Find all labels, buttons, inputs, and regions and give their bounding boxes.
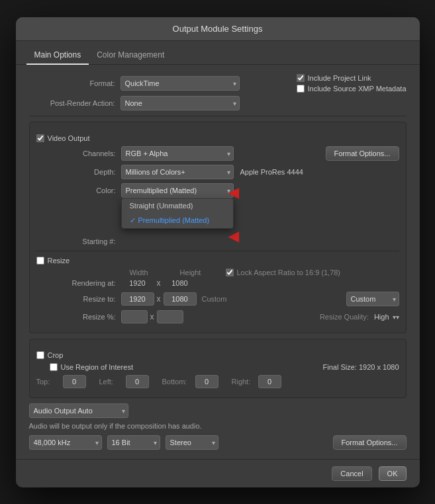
audio-channels-select[interactable]: Stereo	[166, 435, 218, 450]
resize-headers: Width Height Lock Aspect Ratio to 16:9 (…	[122, 269, 399, 276]
video-output-checkbox[interactable]: Video Output	[36, 134, 90, 142]
resize-pct-row: Resize %: x Resize Quality: High High ▾	[36, 310, 399, 323]
resize-pct-label: Resize %:	[36, 313, 116, 321]
rendering-width: 1920	[121, 279, 154, 287]
rendering-x: x	[157, 278, 161, 288]
rendering-at-row: Rendering at: 1920 x 1080	[36, 278, 399, 288]
crop-header: Crop	[36, 351, 399, 359]
ok-button[interactable]: OK	[379, 466, 407, 481]
audio-bit-wrapper: 16 Bit	[107, 435, 160, 450]
tab-bar: Main Options Color Management	[16, 41, 420, 65]
format-select-wrapper: QuickTime	[121, 76, 240, 91]
channels-select[interactable]: RGB + Alpha	[121, 146, 234, 161]
video-output-header: Video Output	[36, 134, 399, 142]
channels-label: Channels:	[36, 149, 116, 157]
bottom-bar: Cancel OK	[16, 459, 420, 487]
color-select-wrapper: Premultiplied (Matted)	[121, 183, 234, 198]
crop-top-input[interactable]	[63, 375, 86, 388]
tab-main-options[interactable]: Main Options	[26, 46, 89, 65]
post-render-select[interactable]: None	[121, 96, 240, 110]
crop-section: Crop Use Region of Interest Final Size: …	[29, 339, 407, 398]
resize-checkbox[interactable]: Resize	[36, 257, 122, 265]
output-module-settings-dialog: Output Module Settings Main Options Colo…	[16, 17, 420, 487]
channels-select-wrapper: RGB + Alpha	[121, 146, 234, 161]
custom-label: Custom	[202, 295, 227, 303]
crop-left-label: Left:	[99, 378, 126, 386]
crop-top-label: Top:	[36, 378, 63, 386]
rendering-height: 1080	[164, 279, 197, 287]
tab-color-management[interactable]: Color Management	[89, 46, 172, 65]
dropdown-item-premultiplied[interactable]: Premultiplied (Matted)	[122, 213, 233, 228]
post-render-row: Post-Render Action: None	[29, 96, 407, 110]
starting-num-label: Starting #:	[36, 237, 116, 245]
resize-width-input[interactable]	[121, 292, 154, 306]
audio-output-select[interactable]: Audio Output Auto	[29, 403, 128, 418]
resize-pct-width-input[interactable]	[121, 310, 148, 323]
resize-height-input[interactable]	[164, 292, 197, 306]
use-roi-row: Use Region of Interest Final Size: 1920 …	[36, 363, 399, 371]
final-size-label: Final Size: 1920 x 1080	[323, 363, 399, 371]
color-dropdown-menu: Straight (Unmatted) Premultiplied (Matte…	[121, 198, 234, 229]
rendering-at-label: Rendering at:	[36, 279, 116, 287]
lock-aspect-checkbox[interactable]: Lock Aspect Ratio to 16:9 (1,78)	[226, 269, 341, 276]
post-render-select-wrapper: None	[121, 96, 240, 110]
resize-x: x	[157, 294, 161, 304]
width-header: Width	[122, 269, 156, 276]
audio-output-select-wrapper: Audio Output Auto	[29, 403, 128, 418]
include-project-link-checkbox[interactable]: Include Project Link	[297, 74, 407, 82]
audio-rate-select[interactable]: 48,000 kHz	[29, 435, 102, 450]
crop-checkbox[interactable]: Crop	[36, 351, 64, 359]
crop-right-label: Right:	[232, 378, 258, 386]
starting-num-row: Starting #: ◀	[36, 237, 399, 245]
crop-right-input[interactable]	[258, 375, 281, 388]
video-output-section: Video Output Channels: RGB + Alpha Forma…	[29, 122, 407, 333]
audio-section: Audio Output Auto Audio will be output o…	[29, 403, 407, 450]
resize-to-row: Resize to: x Custom Custom	[36, 292, 399, 306]
resize-custom-select-wrapper: Custom	[346, 292, 399, 306]
audio-controls-row: 48,000 kHz 16 Bit Stereo Format Options.…	[29, 435, 407, 450]
format-select[interactable]: QuickTime	[121, 76, 240, 91]
format-row: Format: QuickTime Include Project Link I…	[29, 74, 407, 93]
resize-quality-label: Resize Quality:	[320, 313, 369, 321]
cancel-button[interactable]: Cancel	[332, 466, 371, 481]
resize-quality-select-wrapper: High ▾	[395, 312, 399, 321]
color-dropdown-popup: Premultiplied (Matted) Straight (Unmatte…	[121, 183, 234, 198]
audio-output-row: Audio Output Auto	[29, 403, 407, 418]
crop-bottom-label: Bottom:	[162, 378, 195, 386]
color-select[interactable]: Premultiplied (Matted)	[121, 183, 234, 198]
height-header: Height	[174, 269, 207, 276]
channels-row: Channels: RGB + Alpha Format Options...	[36, 146, 399, 161]
resize-pct-x: x	[150, 312, 154, 321]
include-xmp-checkbox[interactable]: Include Source XMP Metadata	[297, 85, 407, 93]
resize-to-label: Resize to:	[36, 295, 116, 303]
post-render-label: Post-Render Action:	[29, 99, 115, 107]
depth-row: Depth: Millions of Colors+ Apple ProRes …	[36, 165, 399, 179]
depth-select[interactable]: Millions of Colors+	[121, 165, 234, 179]
crop-fields-row: Top: Left: Bottom: Right:	[36, 375, 399, 388]
main-content: Format: QuickTime Include Project Link I…	[16, 65, 420, 459]
resize-row: Resize	[36, 257, 399, 265]
crop-left-input[interactable]	[126, 375, 149, 388]
format-label: Format:	[29, 79, 115, 87]
use-roi-checkbox[interactable]: Use Region of Interest	[50, 363, 133, 371]
depth-select-wrapper: Millions of Colors+	[121, 165, 234, 179]
resize-quality-value: High	[374, 313, 389, 321]
color-row: Color: Premultiplied (Matted) Straight (…	[36, 183, 399, 198]
audio-bit-select[interactable]: 16 Bit	[107, 435, 160, 450]
dialog-title: Output Module Settings	[16, 17, 420, 41]
audio-rate-wrapper: 48,000 kHz	[29, 435, 102, 450]
format-options-button[interactable]: Format Options...	[326, 146, 399, 161]
color-label: Color:	[36, 187, 116, 194]
crop-bottom-input[interactable]	[195, 375, 218, 388]
audio-description: Audio will be output only if the composi…	[29, 422, 407, 430]
audio-channels-wrapper: Stereo	[166, 435, 218, 450]
audio-format-options-button[interactable]: Format Options...	[333, 435, 407, 450]
red-arrow-premultiplied: ◀	[228, 228, 238, 244]
resize-pct-height-input[interactable]	[157, 310, 183, 323]
resize-custom-select[interactable]: Custom	[346, 292, 399, 306]
depth-label: Depth:	[36, 168, 116, 176]
dropdown-item-straight[interactable]: Straight (Unmatted)	[122, 198, 233, 213]
codec-label: Apple ProRes 4444	[240, 168, 303, 176]
